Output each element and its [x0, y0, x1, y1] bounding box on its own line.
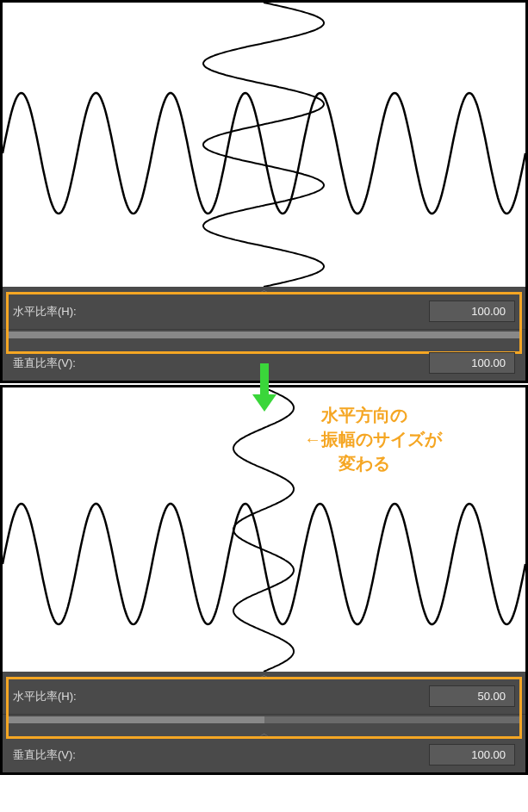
vertical-ratio-label: 垂直比率(V): [13, 356, 76, 371]
controls-bottom: ︿ 水平比率(H): 50.00 ︿ 垂直比率(V): 100.00 [3, 672, 525, 772]
horizontal-ratio-slider-top[interactable] [6, 332, 522, 338]
horizontal-ratio-row-top: 水平比率(H): 100.00 [3, 294, 525, 330]
vertical-ratio-input[interactable]: 100.00 [429, 352, 515, 374]
expand-caret-top[interactable]: ︿ [3, 287, 525, 294]
expand-caret-bottom-2[interactable]: ︿ [3, 730, 525, 737]
horizontal-ratio-label: 水平比率(H): [13, 689, 77, 704]
vertical-ratio-label: 垂直比率(V): [13, 747, 76, 763]
horizontal-ratio-slider-bottom[interactable] [6, 716, 522, 723]
horizontal-ratio-label: 水平比率(H): [13, 304, 77, 319]
horizontal-ratio-row-bottom: 水平比率(H): 50.00 [3, 679, 525, 715]
wave-svg-top [3, 3, 525, 287]
annotation-line1: 水平方向の [304, 403, 442, 427]
horizontal-ratio-input[interactable]: 50.00 [429, 685, 515, 707]
panel-bottom: 水平方向の ←振幅のサイズが 変わる ︿ 水平比率(H): 50.00 ︿ 垂直… [0, 385, 528, 775]
annotation-line2: ←振幅のサイズが [304, 427, 442, 451]
svg-marker-1 [252, 394, 276, 412]
annotation-text: 水平方向の ←振幅のサイズが 変わる [304, 403, 442, 475]
wave-preview-bottom: 水平方向の ←振幅のサイズが 変わる [3, 387, 525, 672]
arrow-down-icon [247, 362, 282, 413]
horizontal-ratio-input[interactable]: 100.00 [429, 301, 515, 322]
expand-caret-bottom[interactable]: ︿ [3, 672, 525, 679]
annotation-line3: 変わる [304, 451, 442, 475]
vertical-ratio-row-bottom: 垂直比率(V): 100.00 [3, 737, 525, 772]
wave-preview-top [3, 3, 525, 287]
wave-svg-bottom [3, 387, 525, 672]
panel-top: ︿ 水平比率(H): 100.00 垂直比率(V): 100.00 [0, 0, 528, 383]
vertical-ratio-input[interactable]: 100.00 [429, 744, 515, 766]
